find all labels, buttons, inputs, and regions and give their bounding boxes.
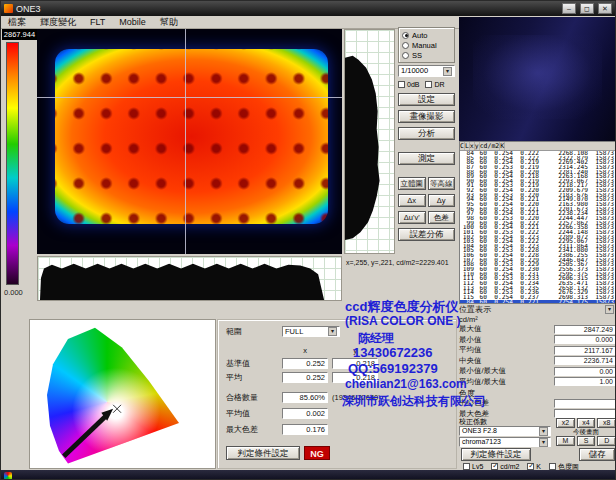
table-header-cell: cd/m2 [480, 142, 501, 150]
calibration-label: 校正係數 [459, 417, 551, 425]
chevron-down-icon: ▾ [443, 67, 452, 76]
stat-value: 2236.714 [554, 356, 616, 365]
gain-checks: 0dB DR [398, 79, 455, 89]
reference-x-value[interactable]: 0.252 [282, 358, 328, 369]
checkbox-icon [398, 81, 405, 88]
exposure-select-value: 1/10000 [401, 66, 428, 76]
titlebar: ONE3 – ◻ ✕ [1, 1, 615, 16]
zoom-button[interactable]: x8 [597, 418, 616, 428]
measurement-table-header: CLxycd/m2K [460, 142, 615, 151]
lens-select-value: ONE3 F2.8 [462, 427, 497, 435]
stat-row: 最小值 0.000 [459, 335, 616, 346]
control-panel: Auto Manual SS 1/10000 ▾ [398, 27, 455, 241]
display-option-label: cd/m2 [500, 463, 519, 470]
msd-buttons: MSD [556, 436, 616, 446]
stat-label: 最小值 [459, 335, 482, 345]
menu-item[interactable]: 輝度變化 [33, 16, 83, 29]
colorbar [6, 42, 19, 285]
delta-y-button[interactable]: Δy [428, 194, 456, 207]
mode-radio[interactable]: SS [402, 50, 451, 60]
stat-row: 平均值 2117.167 [459, 345, 616, 356]
app-icon [4, 4, 13, 13]
judge-condition-button[interactable]: 判定條件設定 [226, 446, 300, 460]
stat-row: 中央值 2236.714 [459, 356, 616, 367]
zoom-button[interactable]: x2 [556, 418, 575, 428]
msd-button[interactable]: D [597, 436, 616, 446]
gain-checkbox[interactable]: DR [425, 81, 444, 88]
gain-checkbox[interactable]: 0dB [398, 81, 419, 88]
color-diff-button[interactable]: 色差 [428, 211, 456, 224]
cie-diagram-panel[interactable] [29, 319, 216, 469]
chevron-down-icon[interactable]: ▾ [605, 305, 614, 314]
menu-item[interactable]: 幫助 [153, 16, 185, 29]
crosshair-horizontal[interactable] [37, 97, 342, 98]
menu-item[interactable]: FLT [83, 17, 112, 27]
mode-radio[interactable]: Auto [402, 30, 451, 40]
display-option-checkbox[interactable]: 色度圖 [549, 462, 579, 472]
vertical-profile-curve [345, 30, 394, 253]
settings-button[interactable]: 設定 [398, 93, 455, 106]
mode-radio-group: Auto Manual SS [398, 27, 455, 63]
minimize-button[interactable]: – [562, 3, 576, 14]
camera-preview-panel-glow [473, 35, 602, 119]
lens-select[interactable]: ONE3 F2.8 ▾ [459, 426, 551, 436]
measurement-table[interactable]: CLxycd/m2K 84 60 0.254 0.222 2268.108 15… [459, 141, 616, 304]
gain-checkbox-label: 0dB [407, 81, 419, 88]
chevron-down-icon: ▾ [539, 438, 548, 447]
range-select[interactable]: FULL ▾ [282, 326, 340, 337]
zoom-button[interactable]: x4 [577, 418, 596, 428]
contour-button[interactable]: 等高線 [428, 177, 456, 190]
cie-pointer [30, 320, 215, 468]
crosshair-vertical[interactable] [185, 29, 186, 254]
stat-value: 2117.167 [554, 346, 616, 355]
maximize-button[interactable]: ◻ [580, 3, 594, 14]
display-option-checkbox[interactable]: Lv5 [463, 463, 483, 470]
capture-button[interactable]: 畫像撮影 [398, 110, 455, 123]
mode-radio-label: SS [412, 51, 422, 60]
chroma-select-value: chroma7123 [462, 438, 501, 446]
stat-value: 0.000 [554, 335, 616, 344]
mode-radio[interactable]: Manual [402, 40, 451, 50]
ad-text-company: 深圳市跃创达科技有限公司 [342, 393, 486, 410]
horizontal-profile-curve [38, 257, 341, 300]
distribution-button[interactable]: 誤差分佈 [398, 228, 455, 241]
position-display-label[interactable]: 位置表示 [459, 304, 491, 315]
cursor-readout: x=,255, y=,221, cd/m2=2229.401 [346, 259, 458, 266]
checkbox-icon [549, 463, 556, 470]
delta-uv-button[interactable]: Δu'v' [398, 211, 426, 224]
screen-label: 今後畫面 [556, 428, 616, 435]
pass-count-label: 合格數量 [226, 392, 278, 403]
stat-row: 最小值/最大值 0.00 [459, 366, 616, 377]
mean-diff-label: 平均值 [226, 408, 278, 419]
luminance-image[interactable] [37, 29, 342, 254]
menu-item[interactable]: 檔案 [1, 16, 33, 29]
pass-percentage: 85.60% [282, 392, 328, 403]
display-option-checkbox[interactable]: K [527, 463, 541, 470]
camera-preview[interactable] [459, 17, 616, 141]
checkbox-icon [491, 463, 498, 470]
delta-x-button[interactable]: Δx [398, 194, 426, 207]
chroma-select[interactable]: chroma7123 ▾ [459, 437, 551, 447]
checkbox-icon [527, 463, 534, 470]
judge-condition-button-2[interactable]: 判定條件設定 [461, 448, 531, 461]
save-button[interactable]: 儲存 [579, 448, 615, 461]
colorbar-max-label: 2867.944 [2, 29, 37, 40]
close-button[interactable]: ✕ [598, 3, 612, 14]
analyze-button[interactable]: 分析 [398, 127, 455, 140]
stat-label: 最小值/最大值 [459, 366, 506, 376]
view3d-button[interactable]: 立體圖 [398, 177, 426, 190]
stat-label: 最大值 [459, 324, 482, 334]
msd-button[interactable]: S [577, 436, 596, 446]
stat-value: 1.00 [554, 377, 616, 386]
display-option-label: Lv5 [472, 463, 483, 470]
chevron-down-icon: ▾ [539, 427, 548, 436]
exposure-select[interactable]: 1/10000 ▾ [398, 65, 455, 77]
colorbar-min-label: 0.000 [4, 288, 23, 297]
radio-icon [402, 32, 409, 39]
measure-button[interactable]: 測定 [398, 152, 455, 165]
display-option-checkbox[interactable]: cd/m2 [491, 463, 519, 470]
menu-item[interactable]: Mobile [112, 17, 153, 27]
stat-value: 2847.249 [554, 325, 616, 334]
msd-button[interactable]: M [556, 436, 575, 446]
statusbar [1, 470, 615, 480]
